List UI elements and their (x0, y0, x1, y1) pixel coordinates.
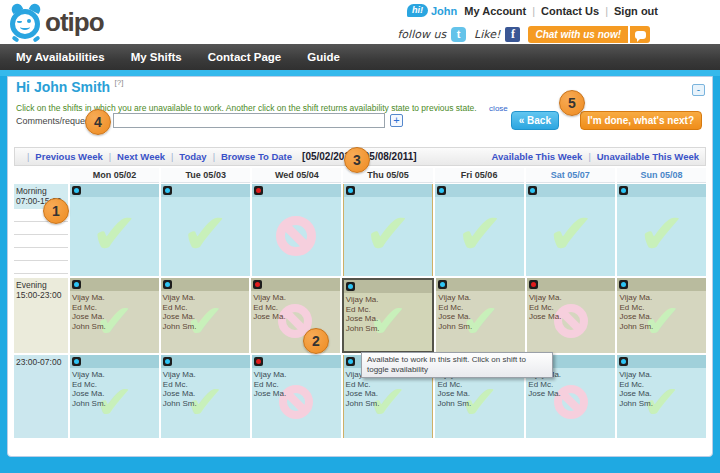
top-link-contact-us[interactable]: Contact Us (541, 5, 599, 17)
assigned-name: John Sm. (346, 399, 433, 409)
shift-cell-tue-evening[interactable]: Vijay Ma.Ed Mc.Jose Ma.John Sm.✔ (161, 278, 250, 353)
top-link-my-account[interactable]: My Account (464, 5, 526, 17)
shift-cell-sat-evening[interactable]: Vijay Ma.Ed Mc.Jose Ma. (527, 278, 616, 353)
assigned-name: Vijay Ma. (254, 370, 341, 380)
assigned-name: John Sm. (619, 399, 706, 409)
user-name[interactable]: John (431, 5, 457, 17)
assigned-name: John Sm. (619, 322, 706, 332)
assigned-name: Vijay Ma. (619, 370, 706, 380)
week-link-previous-week[interactable]: Previous Week (35, 151, 102, 162)
assigned-name: Vijay Ma. (253, 293, 340, 303)
assigned-name: Vijay Ma. (163, 293, 250, 303)
add-comment-icon[interactable]: + (390, 114, 403, 127)
day-header-sun-05-08: Sun 05/08 (617, 168, 706, 183)
assigned-name: Vijay Ma. (529, 293, 616, 303)
shift-row-evening: Evening15:00-23:00Vijay Ma.Ed Mc.Jose Ma… (14, 278, 706, 353)
week-nav-right: Available This Week|Unavailable This Wee… (492, 151, 699, 162)
separator: | (171, 152, 173, 162)
twitter-icon[interactable]: t (451, 27, 466, 42)
assigned-name: Ed Mc. (529, 303, 616, 313)
nav-item-guide[interactable]: Guide (307, 51, 340, 63)
assigned-name: Ed Mc. (254, 380, 341, 390)
help-icon[interactable]: [?] (115, 78, 124, 87)
facebook-icon[interactable]: f (505, 27, 520, 42)
chat-bubble-icon (630, 26, 650, 43)
assigned-name: Jose Ma. (437, 389, 524, 399)
assigned-name: John Sm. (346, 324, 433, 334)
otipo-logo[interactable]: otipo (8, 3, 104, 41)
unavailable-dot-icon[interactable] (254, 357, 263, 366)
checkmark-icon: ✔ (70, 190, 159, 276)
nav-item-my-availabilities[interactable]: My Availabilities (16, 51, 105, 63)
assigned-name: Jose Ma. (163, 389, 250, 399)
shift-cell-sat-morning[interactable]: ✔ (526, 184, 615, 276)
week-link-unavailable-this-week[interactable]: Unavailable This Week (597, 151, 699, 162)
shift-cell-thu-evening[interactable]: Vijay Ma.Ed Mc.Jose Ma.John Sm.✔ (342, 278, 435, 353)
assigned-names: Vijay Ma.Ed Mc.Jose Ma.John Sm. (617, 368, 706, 408)
done-button[interactable]: I'm done, what's next? (580, 111, 702, 130)
day-header-mon-05-02: Mon 05/02 (70, 168, 159, 183)
top-link-sign-out[interactable]: Sign out (614, 5, 658, 17)
shift-cell-sun-morning[interactable]: ✔ (617, 184, 706, 276)
assigned-names: Vijay Ma.Ed Mc.Jose Ma. (527, 291, 616, 322)
shift-cell-wed-night[interactable]: Vijay Ma.Ed Mc.Jose Ma. (252, 355, 341, 438)
chat-button[interactable]: Chat with us now! (528, 26, 650, 43)
assigned-name: Ed Mc. (72, 380, 159, 390)
page-title: Hi John Smith (16, 79, 110, 95)
shift-cell-wed-morning[interactable] (252, 184, 341, 276)
assigned-name: Ed Mc. (346, 380, 433, 390)
assigned-name: Vijay Ma. (346, 295, 433, 305)
assigned-names: Vijay Ma.Ed Mc.Jose Ma.John Sm. (344, 293, 433, 333)
collapse-icon[interactable]: - (692, 84, 705, 96)
assigned-name: Ed Mc. (253, 303, 340, 313)
content-panel: - Hi John Smith [?] Click on the shifts … (7, 76, 713, 457)
shift-cell-thu-morning[interactable]: ✔ (343, 184, 434, 276)
unavailable-dot-icon[interactable] (253, 280, 262, 289)
week-link-available-this-week[interactable]: Available This Week (492, 151, 583, 162)
shift-name: Morning (16, 186, 66, 196)
unavailable-dot-icon[interactable] (529, 280, 538, 289)
no-symbol-icon (252, 195, 341, 276)
checkmark-icon: ✔ (344, 190, 433, 276)
assigned-name: John Sm. (437, 399, 524, 409)
unavailable-dot-icon[interactable] (254, 186, 263, 195)
day-header-wed-05-04: Wed 05/04 (252, 168, 341, 183)
shift-cell-tue-morning[interactable]: ✔ (161, 184, 250, 276)
shift-row-morning: Morning07:00-15:00✔✔✔✔✔✔ (14, 184, 706, 276)
assigned-name: Ed Mc. (163, 303, 250, 313)
week-link-next-week[interactable]: Next Week (117, 151, 165, 162)
shift-time: 23:00-07:00 (16, 357, 66, 367)
comments-input[interactable] (113, 113, 385, 128)
shift-cell-mon-night[interactable]: Vijay Ma.Ed Mc.Jose Ma.John Sm.✔ (70, 355, 159, 438)
follow-us-label: follow us (397, 28, 446, 41)
assigned-names: Vijay Ma.Ed Mc.Jose Ma. (251, 291, 340, 322)
shift-cell-fri-evening[interactable]: Vijay Ma.Ed Mc.Jose Ma.John Sm.✔ (436, 278, 525, 353)
separator: | (588, 152, 590, 162)
assigned-names: Vijay Ma.Ed Mc.Jose Ma.John Sm. (161, 368, 250, 408)
assigned-name: Jose Ma. (529, 312, 616, 322)
shift-cell-sun-night[interactable]: Vijay Ma.Ed Mc.Jose Ma.John Sm.✔ (617, 355, 706, 438)
assigned-name: Vijay Ma. (438, 293, 525, 303)
shift-cell-tue-night[interactable]: Vijay Ma.Ed Mc.Jose Ma.John Sm.✔ (161, 355, 250, 438)
shift-row-label-text: 23:00-07:00 (14, 355, 68, 370)
assigned-names: Vijay Ma.Ed Mc.Jose Ma.John Sm. (436, 291, 525, 331)
assigned-name: Jose Ma. (253, 312, 340, 322)
nav-item-contact-page[interactable]: Contact Page (208, 51, 282, 63)
shift-cell-mon-morning[interactable]: ✔ (70, 184, 159, 276)
shift-cell-fri-morning[interactable]: ✔ (435, 184, 524, 276)
week-link-today[interactable]: Today (179, 151, 206, 162)
instruction-text: Click on the shifts in which you are una… (16, 103, 477, 113)
assigned-names: Vijay Ma.Ed Mc.Jose Ma. (252, 368, 341, 399)
assigned-name: Vijay Ma. (619, 293, 706, 303)
nav-item-my-shifts[interactable]: My Shifts (131, 51, 182, 63)
shift-cell-mon-evening[interactable]: Vijay Ma.Ed Mc.Jose Ma.John Sm.✔ (70, 278, 159, 353)
close-link[interactable]: close (489, 104, 508, 113)
separator: | (213, 152, 215, 162)
shift-cell-sun-evening[interactable]: Vijay Ma.Ed Mc.Jose Ma.John Sm.✔ (617, 278, 706, 353)
assigned-name: Ed Mc. (619, 303, 706, 313)
back-button[interactable]: « Back (511, 111, 559, 130)
assigned-name: Ed Mc. (438, 303, 525, 313)
shift-time: 15:00-23:00 (16, 290, 66, 300)
week-link-browse-to-date[interactable]: Browse To Date (221, 151, 292, 162)
assigned-name: Ed Mc. (346, 305, 433, 315)
